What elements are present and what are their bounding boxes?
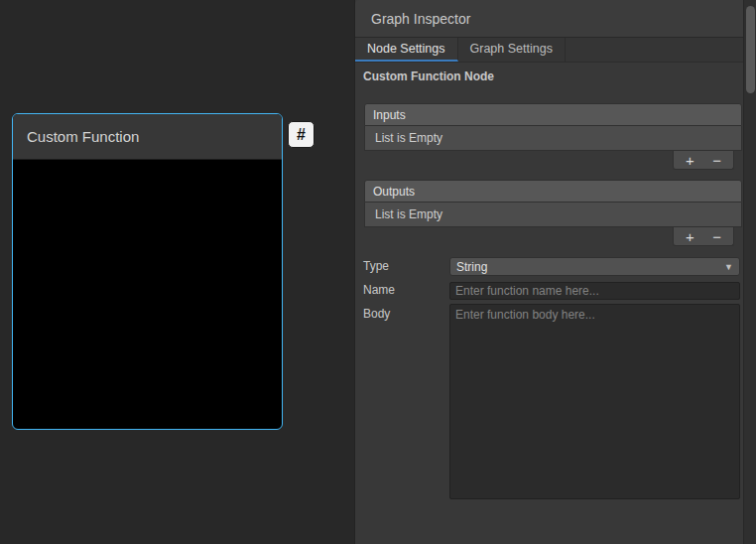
name-label: Name — [363, 283, 395, 297]
outputs-list-header[interactable]: Outputs — [364, 180, 742, 203]
type-dropdown[interactable]: String ▼ — [449, 257, 740, 276]
function-name-input[interactable] — [449, 282, 740, 300]
node-title: Custom Function — [27, 128, 139, 145]
inputs-list-footer: + − — [673, 151, 734, 170]
inspector-scrollbar-thumb[interactable] — [746, 6, 755, 93]
inputs-empty-row: List is Empty — [364, 126, 742, 151]
hash-badge-icon[interactable]: # — [288, 121, 315, 148]
inputs-list-header[interactable]: Inputs — [364, 103, 742, 126]
inputs-remove-button[interactable]: − — [706, 153, 728, 168]
function-body-textarea[interactable] — [449, 304, 740, 499]
inspector-tabs: Node Settings Graph Settings — [355, 38, 744, 63]
chevron-down-icon: ▼ — [724, 262, 733, 272]
section-title: Custom Function Node — [363, 69, 494, 83]
inspector-header: Graph Inspector — [355, 0, 756, 38]
inspector-scrollbar[interactable] — [743, 0, 756, 544]
tab-node-settings[interactable]: Node Settings — [355, 38, 458, 62]
body-label: Body — [363, 307, 390, 321]
custom-function-node[interactable]: Custom Function — [12, 113, 283, 430]
type-label: Type — [363, 259, 389, 273]
type-dropdown-value: String — [456, 260, 487, 274]
graph-inspector-panel: Graph Inspector Node Settings Graph Sett… — [354, 0, 756, 544]
outputs-list: Outputs List is Empty + − — [364, 180, 742, 227]
inputs-add-button[interactable]: + — [679, 153, 700, 168]
inputs-list: Inputs List is Empty + − — [364, 103, 742, 151]
outputs-empty-row: List is Empty — [364, 203, 742, 227]
outputs-add-button[interactable]: + — [679, 229, 700, 244]
outputs-list-footer: + − — [673, 227, 734, 246]
outputs-remove-button[interactable]: − — [706, 229, 728, 244]
tab-graph-settings[interactable]: Graph Settings — [458, 38, 566, 62]
inspector-title: Graph Inspector — [371, 11, 470, 27]
node-header[interactable]: Custom Function — [13, 114, 282, 160]
